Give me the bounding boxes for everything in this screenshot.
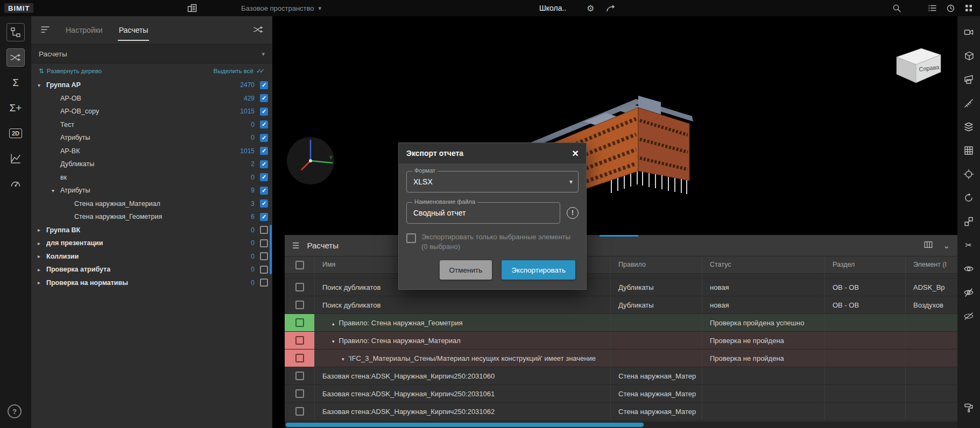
col-section[interactable]: Раздел: [825, 256, 906, 273]
table-row[interactable]: Базовая стена:ADSK_Наружная_Кирпич250:20…: [285, 385, 957, 403]
apps-grid-icon[interactable]: [964, 0, 973, 16]
tree-item[interactable]: АР-ВК1015✓: [31, 145, 272, 158]
settings-icon[interactable]: ⚙: [587, 0, 594, 16]
table-row[interactable]: ▾Правило: Стена наружная_МатериалПроверк…: [285, 332, 957, 349]
building-icon[interactable]: [187, 0, 197, 16]
rotate-icon[interactable]: [957, 186, 980, 210]
select-all-link[interactable]: Выделить всё ✓✓: [214, 67, 265, 75]
tree-item-checkbox[interactable]: [260, 252, 268, 260]
tree-item-checkbox[interactable]: ✓: [260, 173, 268, 181]
col-rule[interactable]: Правило: [611, 256, 702, 273]
tree-item-checkbox[interactable]: ✓: [260, 213, 268, 221]
tree-item[interactable]: Стена наружная_Материал3✓: [31, 197, 272, 211]
tree-item-checkbox[interactable]: ✓: [260, 134, 268, 142]
model-tree-icon[interactable]: [0, 19, 31, 45]
share-icon[interactable]: [606, 0, 615, 16]
camera-icon[interactable]: [957, 20, 980, 44]
caret-right-icon[interactable]: ▸: [38, 240, 46, 246]
hide-icon[interactable]: [957, 281, 980, 304]
paint-icon[interactable]: [957, 396, 980, 419]
row-checkbox[interactable]: [295, 389, 304, 398]
collapse-panel-icon[interactable]: ⌄: [943, 241, 950, 251]
table-row[interactable]: Поиск дубликатовДубликатыноваяОВ - ОВADS…: [285, 279, 957, 296]
table-row[interactable]: ▴Правило: Стена наружная_ГеометрияПровер…: [285, 314, 957, 332]
tab-calculations[interactable]: Расчеты: [118, 24, 150, 37]
close-icon[interactable]: ×: [572, 148, 579, 159]
tree-item-checkbox[interactable]: [260, 279, 268, 287]
row-collapse-icon[interactable]: ▴: [332, 321, 335, 326]
panel-menu-icon[interactable]: ☰: [292, 241, 299, 251]
isolate-icon[interactable]: [957, 304, 980, 328]
tree-item[interactable]: АР-ОВ429✓: [31, 92, 272, 105]
table-row[interactable]: ▾'IFC_3_Материалы_Стены/Материал несущих…: [285, 349, 957, 367]
sum-icon[interactable]: Σ: [0, 70, 31, 95]
focus-icon[interactable]: [957, 162, 980, 186]
caret-right-icon[interactable]: ▸: [38, 267, 46, 273]
tree-item-checkbox[interactable]: ✓: [260, 81, 268, 89]
row-expand-icon[interactable]: ▾: [342, 356, 344, 362]
format-select[interactable]: Формат XLSX ▾: [406, 171, 579, 192]
calc-section-header[interactable]: Расчеты ▾: [31, 44, 272, 63]
tree-item[interactable]: ▸Группа ВК0: [31, 224, 272, 237]
help-button[interactable]: ?: [8, 404, 22, 418]
export-button[interactable]: Экспортировать: [502, 260, 575, 280]
search-icon[interactable]: [892, 0, 901, 16]
caret-down-icon[interactable]: ▾: [38, 82, 46, 88]
row-expand-icon[interactable]: ▾: [332, 339, 335, 344]
horizontal-scrollbar-thumb[interactable]: [286, 423, 644, 427]
row-checkbox[interactable]: [295, 354, 304, 362]
bimit-logo[interactable]: BIMIT: [4, 3, 33, 13]
sum-plus-icon[interactable]: Σ+: [0, 95, 31, 120]
visibility-icon[interactable]: [957, 257, 980, 281]
list-view-icon[interactable]: [928, 0, 937, 16]
link-icon[interactable]: [957, 210, 980, 233]
tree-item[interactable]: ▸Проверка атрибута0: [31, 263, 272, 276]
export-selected-checkbox[interactable]: [406, 233, 416, 243]
gauge-icon[interactable]: [0, 171, 31, 196]
panel-scrollbar[interactable]: [270, 225, 272, 274]
caret-right-icon[interactable]: ▸: [38, 253, 46, 259]
tree-item[interactable]: Атрибуты0✓: [31, 131, 272, 145]
tree-item-checkbox[interactable]: ✓: [260, 108, 268, 116]
table-row[interactable]: [285, 274, 957, 279]
tree-item-checkbox[interactable]: ✓: [260, 147, 268, 155]
grid-icon[interactable]: [957, 139, 980, 162]
chart-icon[interactable]: [0, 146, 31, 171]
row-checkbox[interactable]: [295, 318, 304, 327]
expand-tree-link[interactable]: ⇅ Развернуть дерево: [39, 67, 102, 75]
col-status[interactable]: Статус: [702, 256, 825, 273]
tree-item[interactable]: Тест0✓: [31, 118, 272, 132]
tab-settings[interactable]: Настройки: [65, 24, 104, 37]
caret-right-icon[interactable]: ▸: [38, 280, 46, 286]
row-checkbox[interactable]: [295, 407, 304, 416]
tree-item-checkbox[interactable]: [260, 239, 268, 247]
table-row[interactable]: Поиск дубликатовДубликатыноваяОВ - ОВВоз…: [285, 296, 957, 314]
filename-input[interactable]: Наименование файла Сводный отчет: [406, 202, 560, 224]
history-icon[interactable]: [946, 0, 955, 16]
row-checkbox[interactable]: [295, 283, 304, 291]
measure-icon[interactable]: [957, 91, 980, 115]
select-all-checkbox[interactable]: [295, 261, 304, 269]
col-element[interactable]: Элемент (I: [906, 256, 957, 273]
connections-small-icon[interactable]: [253, 24, 264, 37]
tree-item[interactable]: ▾Группа АР2470✓: [31, 79, 272, 92]
tree-item-checkbox[interactable]: ✓: [260, 187, 268, 195]
tree-item[interactable]: ▾Атрибуты9✓: [31, 184, 272, 197]
columns-icon[interactable]: [923, 240, 933, 251]
row-checkbox[interactable]: [295, 301, 304, 309]
cancel-button[interactable]: Отменить: [440, 260, 492, 280]
table-row[interactable]: Базовая стена:ADSK_Наружная_Кирпич250:20…: [285, 403, 957, 420]
workspace-selector[interactable]: Базовое пространство ▾: [241, 0, 321, 16]
2d-view-icon[interactable]: 2D: [0, 120, 31, 146]
tree-item-checkbox[interactable]: ✓: [260, 120, 268, 129]
tree-item-checkbox[interactable]: [260, 226, 268, 234]
tree-item[interactable]: ▸Проверка на нормативы0: [31, 276, 272, 290]
tree-item[interactable]: ▸Коллизии0: [31, 250, 272, 263]
floors-icon[interactable]: [957, 115, 980, 139]
row-checkbox[interactable]: [295, 372, 304, 380]
tree-item[interactable]: АР-ОВ_copy1015✓: [31, 105, 272, 118]
connections-icon[interactable]: [0, 45, 31, 70]
tree-item-checkbox[interactable]: ✓: [260, 160, 268, 168]
cube-icon[interactable]: [957, 44, 980, 68]
row-checkbox[interactable]: [295, 336, 304, 345]
